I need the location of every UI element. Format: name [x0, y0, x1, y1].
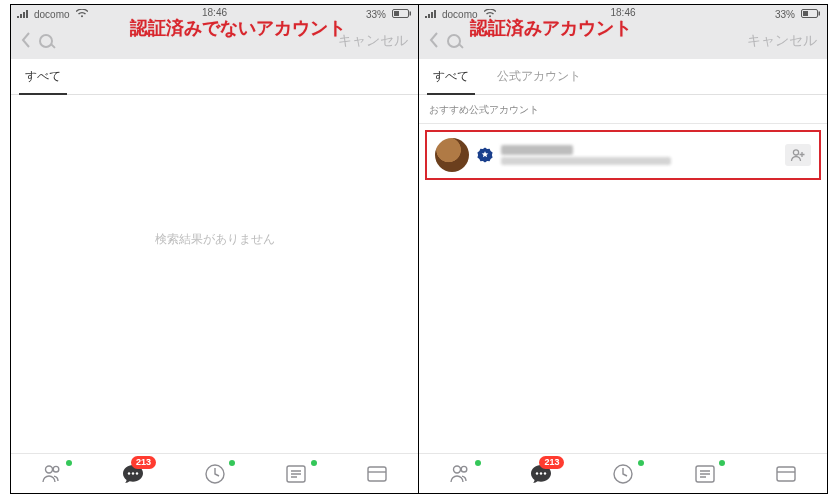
svg-point-13: [540, 472, 542, 474]
add-friend-button[interactable]: [785, 144, 811, 166]
svg-rect-1: [394, 11, 399, 16]
nav-friends[interactable]: [11, 454, 92, 493]
status-bar: docomo 33% 18:46: [11, 5, 418, 23]
tabs: すべて 公式アカウント: [419, 59, 827, 95]
bottom-nav: 213: [419, 453, 827, 493]
nav-news-dot: [719, 460, 725, 466]
account-avatar: [435, 138, 469, 172]
nav-friends-dot: [66, 460, 72, 466]
battery-icon: [801, 9, 821, 20]
verified-badge-icon: [477, 147, 493, 163]
signal-icon: [17, 10, 28, 18]
nav-friends-dot: [475, 460, 481, 466]
back-icon[interactable]: [21, 32, 31, 51]
nav-timeline[interactable]: [174, 454, 255, 493]
wifi-icon: [76, 9, 88, 20]
search-bar: キャンセル: [419, 23, 827, 59]
tab-all[interactable]: すべて: [419, 59, 483, 94]
wifi-icon: [484, 9, 496, 20]
battery-icon: [392, 9, 412, 20]
nav-timeline[interactable]: [582, 454, 664, 493]
svg-rect-17: [777, 467, 795, 481]
svg-point-12: [536, 472, 538, 474]
nav-timeline-dot: [229, 460, 235, 466]
nav-chats[interactable]: 213: [501, 454, 583, 493]
carrier-label: docomo: [34, 9, 70, 20]
svg-rect-2: [410, 11, 412, 15]
section-recommended-title: おすすめ公式アカウント: [419, 95, 827, 124]
signal-icon: [425, 10, 436, 18]
content-area: [419, 124, 827, 453]
nav-wallet[interactable]: [745, 454, 827, 493]
tab-official[interactable]: 公式アカウント: [483, 59, 595, 94]
nav-wallet[interactable]: [337, 454, 418, 493]
tab-all[interactable]: すべて: [11, 59, 75, 94]
nav-chats-badge: 213: [539, 456, 564, 469]
svg-point-5: [136, 472, 138, 474]
search-icon: [447, 34, 461, 48]
nav-news[interactable]: [255, 454, 336, 493]
account-name-blurred: [501, 145, 573, 155]
account-result-row[interactable]: [425, 130, 821, 180]
back-icon[interactable]: [429, 32, 439, 51]
svg-rect-8: [368, 467, 386, 481]
search-input[interactable]: [39, 34, 330, 48]
phone-verified: docomo 33% 18:46: [419, 5, 827, 493]
search-icon: [39, 34, 53, 48]
cancel-button[interactable]: キャンセル: [747, 32, 817, 50]
nav-chats-badge: 213: [131, 456, 156, 469]
nav-timeline-dot: [638, 460, 644, 466]
nav-friends[interactable]: [419, 454, 501, 493]
svg-rect-10: [803, 11, 808, 16]
nav-news-dot: [311, 460, 317, 466]
status-bar: docomo 33% 18:46: [419, 5, 827, 23]
svg-point-4: [132, 472, 134, 474]
content-area: 検索結果がありません: [11, 95, 418, 453]
account-desc-blurred: [501, 157, 671, 165]
nav-chats[interactable]: 213: [92, 454, 173, 493]
tabs: すべて: [11, 59, 418, 95]
carrier-label: docomo: [442, 9, 478, 20]
search-bar: キャンセル: [11, 23, 418, 59]
battery-label: 33%: [775, 9, 795, 20]
phone-unverified: docomo 33% 18:46: [11, 5, 419, 493]
nav-news[interactable]: [664, 454, 746, 493]
svg-rect-11: [819, 11, 821, 15]
cancel-button[interactable]: キャンセル: [338, 32, 408, 50]
search-input[interactable]: [447, 34, 739, 48]
battery-label: 33%: [366, 9, 386, 20]
bottom-nav: 213: [11, 453, 418, 493]
svg-point-14: [544, 472, 546, 474]
svg-point-3: [128, 472, 130, 474]
empty-results-label: 検索結果がありません: [11, 231, 418, 248]
